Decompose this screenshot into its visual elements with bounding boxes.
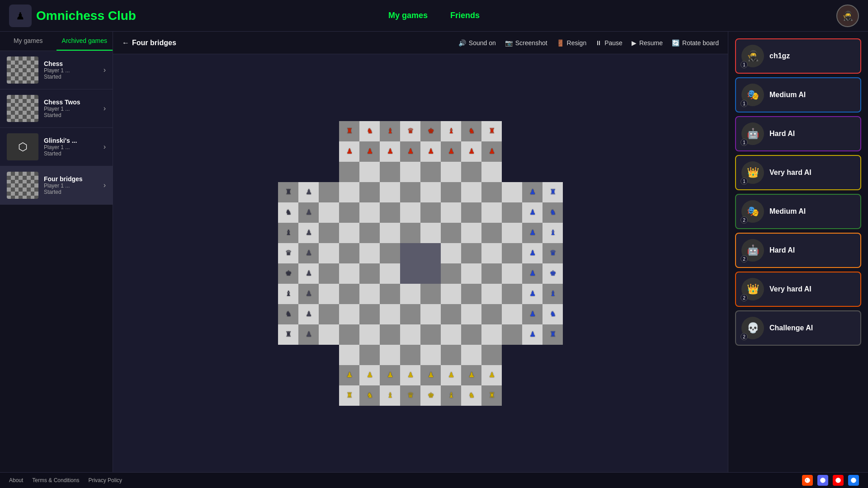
board-cell[interactable] [359, 162, 380, 182]
board-cell[interactable] [502, 284, 522, 304]
board-cell[interactable] [400, 324, 420, 345]
board-cell[interactable] [522, 141, 542, 162]
discord-icon[interactable] [817, 475, 828, 486]
board-cell[interactable] [420, 304, 441, 324]
board-cell[interactable] [359, 223, 380, 243]
board-cell[interactable]: ♟ [298, 284, 319, 304]
board-cell[interactable]: ♟ [461, 141, 481, 162]
board-cell[interactable] [278, 365, 298, 385]
board-cell[interactable]: ♞ [278, 304, 298, 324]
board-cell[interactable]: ♟ [522, 182, 542, 202]
board-cell[interactable]: ♟ [400, 365, 420, 385]
user-avatar[interactable]: 🥷 [836, 5, 859, 27]
board-cell[interactable] [461, 202, 481, 223]
board-cell[interactable] [298, 141, 319, 162]
board-cell[interactable]: ♜ [542, 182, 563, 202]
board-cell[interactable] [319, 324, 339, 345]
board-cell[interactable] [461, 162, 481, 182]
board-cell[interactable] [461, 263, 481, 284]
board-cell[interactable] [522, 385, 542, 406]
board-cell[interactable] [481, 202, 502, 223]
board-cell[interactable] [278, 162, 298, 182]
board-cell[interactable] [319, 385, 339, 406]
board-cell[interactable] [339, 345, 359, 365]
resign-button[interactable]: 🚪 Resign [557, 39, 587, 47]
board-cell[interactable] [298, 345, 319, 365]
board-cell[interactable] [461, 345, 481, 365]
board-cell[interactable] [380, 162, 400, 182]
board-cell[interactable]: ♟ [298, 243, 319, 263]
board-cell[interactable] [380, 324, 400, 345]
board-cell[interactable]: ♟ [380, 141, 400, 162]
board-cell[interactable]: ♚ [542, 263, 563, 284]
board-cell[interactable] [481, 284, 502, 304]
board-cell[interactable]: ♟ [522, 324, 542, 345]
board-cell[interactable] [502, 304, 522, 324]
game-item-glinski[interactable]: ⬡ Glinski's ... Player 1 ... Started › [0, 128, 113, 166]
board-cell[interactable] [502, 182, 522, 202]
board-cell[interactable]: ♜ [481, 385, 502, 406]
board-cell[interactable] [481, 304, 502, 324]
screenshot-button[interactable]: 📷 Screenshot [505, 39, 547, 47]
board-cell[interactable]: ♛ [400, 121, 420, 141]
board-cell[interactable]: ♟ [481, 365, 502, 385]
board-cell[interactable]: ♟ [481, 141, 502, 162]
board-cell[interactable]: ♟ [298, 223, 319, 243]
board-cell[interactable] [400, 223, 420, 243]
board-cell[interactable] [319, 202, 339, 223]
board-cell[interactable] [441, 202, 461, 223]
board-cell[interactable] [502, 162, 522, 182]
tab-my-games[interactable]: My games [0, 32, 57, 51]
board-cell[interactable] [319, 182, 339, 202]
board-cell[interactable] [400, 202, 420, 223]
board-cell[interactable]: ♝ [278, 284, 298, 304]
board-cell[interactable] [278, 141, 298, 162]
resume-button[interactable]: ▶ Resume [632, 39, 663, 47]
board-cell[interactable] [400, 345, 420, 365]
board-cell[interactable] [441, 324, 461, 345]
board-cell[interactable]: ♛ [542, 243, 563, 263]
board-cell[interactable] [380, 345, 400, 365]
pause-button[interactable]: ⏸ Pause [595, 39, 623, 47]
board-cell[interactable]: ♟ [298, 304, 319, 324]
board-cell[interactable] [420, 162, 441, 182]
board-cell[interactable]: ♟ [522, 263, 542, 284]
board-cell[interactable] [461, 243, 481, 263]
board-cell[interactable] [359, 304, 380, 324]
board-cell[interactable] [502, 202, 522, 223]
board-cell[interactable] [339, 182, 359, 202]
board-cell[interactable] [420, 324, 441, 345]
board-cell[interactable]: ♛ [278, 243, 298, 263]
back-button[interactable]: ← Four bridges [122, 39, 176, 47]
board-cell[interactable] [339, 263, 359, 284]
board-cell[interactable]: ♟ [522, 304, 542, 324]
board-cell[interactable]: ♜ [339, 385, 359, 406]
board-cell[interactable] [441, 223, 461, 243]
board-cell[interactable] [319, 162, 339, 182]
board-cell[interactable] [339, 202, 359, 223]
board-cell[interactable]: ♟ [420, 141, 441, 162]
game-item-four-bridges[interactable]: (function(){ const t = document.currentS… [0, 166, 113, 205]
sound-button[interactable]: 🔊 Sound on [458, 39, 496, 47]
board-cell[interactable] [339, 243, 359, 263]
board-cell[interactable]: ♞ [542, 202, 563, 223]
board-cell[interactable] [420, 263, 441, 284]
board-cell[interactable]: ♚ [420, 121, 441, 141]
board-cell[interactable]: ♜ [481, 121, 502, 141]
board-cell[interactable] [339, 304, 359, 324]
board-cell[interactable] [441, 304, 461, 324]
board-cell[interactable] [522, 345, 542, 365]
board-cell[interactable] [542, 121, 563, 141]
footer-terms[interactable]: Terms & Conditions [32, 477, 79, 483]
facebook-icon[interactable] [848, 475, 859, 486]
board-cell[interactable] [319, 284, 339, 304]
board-cell[interactable] [319, 263, 339, 284]
board-cell[interactable] [298, 365, 319, 385]
board-cell[interactable] [502, 263, 522, 284]
board-cell[interactable]: ♞ [359, 385, 380, 406]
board-cell[interactable]: ♞ [461, 121, 481, 141]
board-cell[interactable]: ♜ [542, 324, 563, 345]
board-cell[interactable]: ♞ [278, 202, 298, 223]
nav-my-games[interactable]: My games [388, 11, 428, 20]
board-cell[interactable]: ♟ [298, 263, 319, 284]
